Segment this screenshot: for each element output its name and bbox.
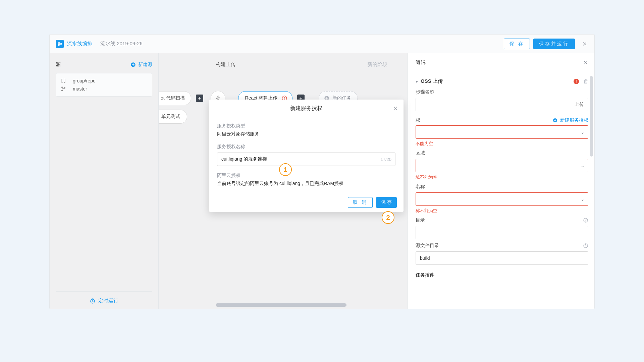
sources-title: 源 <box>56 61 130 68</box>
schedule-run-label: 定时运行 <box>98 298 118 304</box>
error-badge-icon: ! <box>574 79 579 84</box>
chevron-down-icon: ⌄ <box>581 196 585 202</box>
src-dir-label: 源文件目录 <box>416 243 588 249</box>
svg-rect-1 <box>58 44 59 45</box>
oss-upload-section-title: OSS 上传 <box>421 78 574 84</box>
step-name-input[interactable]: 上传 <box>416 98 588 111</box>
auth-select[interactable]: ⌄ <box>416 125 588 139</box>
new-stage-label: 新的阶段 <box>367 61 387 68</box>
save-and-run-button[interactable]: 保存并运行 <box>533 39 575 49</box>
stage-build-upload-label: 构建上传 <box>216 61 236 68</box>
help-icon[interactable] <box>583 218 588 223</box>
annotation-2: 2 <box>382 211 394 224</box>
new-service-auth-label: 新建服务授权 <box>560 117 588 123</box>
clock-icon <box>90 298 96 304</box>
auth-error: 不能为空 <box>416 141 588 147</box>
step-name-value: 上传 <box>575 102 584 108</box>
branch-name: master <box>73 86 87 92</box>
region-label: 区域 <box>416 150 588 156</box>
bucket-error: 称不能为空 <box>416 208 588 214</box>
svg-point-4 <box>62 87 63 88</box>
svg-rect-0 <box>58 42 59 43</box>
vertical-scrollbar[interactable] <box>590 76 593 157</box>
topbar: 流水线编排 流水线 2019-09-26 保 存 保存并运行 <box>50 35 594 53</box>
trash-icon[interactable] <box>583 79 588 84</box>
sources-column: 源 新建源 group/repo <box>50 53 159 309</box>
chevron-down-icon: ⌄ <box>581 163 585 168</box>
src-dir-label-text: 源文件目录 <box>416 243 439 249</box>
svg-rect-2 <box>60 43 61 44</box>
auth-name-counter: 17/20 <box>380 153 391 166</box>
step-name-label: 步骤名称 <box>416 89 588 95</box>
plus-circle-icon <box>552 117 558 123</box>
unit-test-chip[interactable]: 单元测试 <box>159 110 187 124</box>
close-edit-icon[interactable] <box>583 60 588 65</box>
region-error: 域不能为空 <box>416 174 588 180</box>
auth-type-value: 阿里云对象存储服务 <box>217 131 395 137</box>
new-source-button[interactable]: 新建源 <box>130 62 152 68</box>
chevron-down-icon: ⌄ <box>581 129 585 135</box>
close-icon[interactable] <box>581 40 588 48</box>
unit-test-label: 单元测试 <box>161 114 180 120</box>
modal-close-icon[interactable] <box>393 106 398 111</box>
edit-panel-title: 编辑 <box>416 59 583 66</box>
branch-icon <box>61 86 69 92</box>
bucket-select[interactable]: ⌄ <box>416 192 588 206</box>
aliyun-auth-label: 阿里云授权 <box>217 173 395 179</box>
plugins-label: 任务插件 <box>416 272 588 278</box>
dir-label: 目录 <box>416 217 588 223</box>
region-select[interactable]: ⌄ <box>416 159 588 172</box>
new-service-auth-modal: 新建服务授权 服务授权类型 阿里云对象存储服务 服务授权名称 17/20 阿里云… <box>209 100 404 212</box>
modal-title: 新建服务授权 <box>290 105 322 112</box>
new-service-auth-link[interactable]: 新建服务授权 <box>552 117 588 123</box>
edit-panel: 编辑 ▾ OSS 上传 ! 步骤名称 上传 <box>408 53 594 309</box>
horizontal-scrollbar[interactable] <box>216 303 346 307</box>
auth-name-label: 服务授权名称 <box>217 144 395 150</box>
bucket-label: 名称 <box>416 184 588 190</box>
help-icon[interactable] <box>583 243 588 248</box>
pipeline-icon <box>56 40 64 48</box>
modal-save-button[interactable]: 保 存 <box>376 197 397 208</box>
chevron-down-icon[interactable]: ▾ <box>416 79 418 84</box>
dir-input[interactable] <box>416 226 588 239</box>
schedule-run-button[interactable]: 定时运行 <box>90 298 118 304</box>
modal-cancel-button[interactable]: 取 消 <box>348 197 373 208</box>
repo-name: group/repo <box>73 78 96 83</box>
auth-label: 权 <box>416 117 552 123</box>
source-card[interactable]: group/repo master <box>56 73 152 97</box>
save-button[interactable]: 保 存 <box>504 39 530 49</box>
new-source-label: 新建源 <box>138 62 152 68</box>
aliyun-auth-desc: 当前账号绑定的阿里云账号为 cui.liqiang，且已完成RAM授权 <box>217 181 395 187</box>
add-between-button-1[interactable] <box>196 95 203 102</box>
annotation-1: 1 <box>279 163 292 176</box>
auth-name-input[interactable] <box>217 153 395 166</box>
repo-icon <box>61 78 69 83</box>
plus-circle-icon <box>130 62 136 68</box>
topbar-title: 流水线编排 <box>67 41 92 47</box>
pipeline-name: 流水线 2019-09-26 <box>100 41 143 47</box>
svg-point-5 <box>62 90 63 91</box>
code-scan-chip[interactable]: ot 代码扫描 <box>159 91 191 105</box>
auth-type-label: 服务授权类型 <box>217 123 395 129</box>
src-dir-input[interactable] <box>416 251 588 265</box>
code-scan-label: ot 代码扫描 <box>161 95 185 101</box>
dir-label-text: 目录 <box>416 217 425 223</box>
